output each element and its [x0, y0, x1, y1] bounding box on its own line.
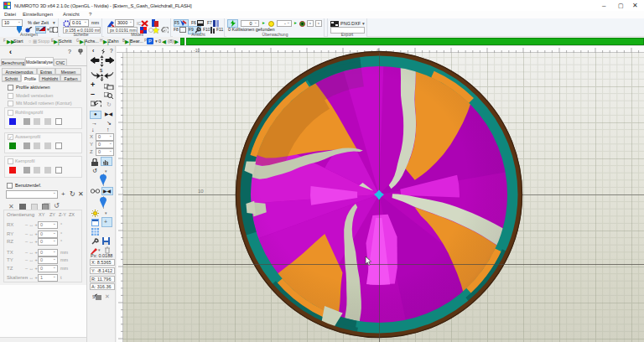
- svg-text:10: 10: [198, 189, 204, 194]
- svg-text:-10: -10: [194, 48, 200, 53]
- svg-text:$: $: [100, 68, 103, 73]
